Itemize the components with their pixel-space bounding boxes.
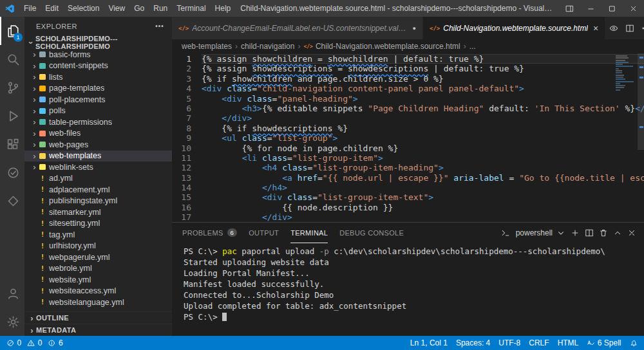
tree-item-sitesetting.yml[interactable]: !sitesetting.yml bbox=[24, 218, 172, 230]
tree-item-poll-placements[interactable]: ›poll-placements bbox=[24, 94, 172, 106]
breadcrumb-item[interactable]: </>Child-Navigation.webtemplate.source.h… bbox=[303, 42, 460, 51]
code-line[interactable]: <div class="child-navigation content-pan… bbox=[202, 84, 644, 93]
code-line[interactable]: <a href="{{ node.url | escape }}" aria-l… bbox=[202, 173, 644, 183]
tree-item-weblink-sets[interactable]: ›weblink-sets bbox=[24, 161, 172, 173]
tree-item-websitelanguage.yml[interactable]: !websitelanguage.yml bbox=[24, 297, 172, 308]
status-indentation[interactable]: Spaces: 4 bbox=[456, 338, 490, 347]
code-line[interactable]: <li class="list-group-item"> bbox=[202, 153, 644, 163]
panel-tab-terminal[interactable]: TERMINAL bbox=[290, 223, 328, 243]
activity-settings[interactable] bbox=[0, 308, 24, 336]
code-line[interactable]: {% if showchildren and page.children.siz… bbox=[202, 74, 644, 84]
close-panel-button[interactable] bbox=[625, 226, 639, 240]
open-preview-button[interactable] bbox=[605, 20, 621, 36]
editor-more-actions-button[interactable] bbox=[638, 20, 644, 36]
new-terminal-button[interactable] bbox=[568, 226, 582, 240]
tree-item-web-templates[interactable]: ›web-templates bbox=[24, 151, 172, 162]
tree-item-polls[interactable]: ›polls bbox=[24, 106, 172, 117]
activity-account[interactable] bbox=[0, 279, 24, 308]
breadcrumb-item[interactable]: web-templates bbox=[182, 42, 232, 51]
shell-dropdown-button[interactable] bbox=[554, 226, 568, 240]
status-errors[interactable]: 0 bbox=[6, 338, 21, 347]
tree-item-sitemarker.yml[interactable]: !sitemarker.yml bbox=[24, 207, 172, 218]
status-cursor-position[interactable]: Ln 1, Col 1 bbox=[410, 338, 448, 347]
minimize-button[interactable] bbox=[580, 0, 601, 17]
close-window-button[interactable] bbox=[623, 0, 644, 17]
explorer-root-folder[interactable]: › SCHOLARSHIPDEMO---SCHOLARSHIPDEMO bbox=[24, 36, 172, 49]
tree-item-adplacement.yml[interactable]: !adplacement.yml bbox=[24, 184, 172, 196]
menu-help[interactable]: Help bbox=[211, 0, 236, 17]
code-line[interactable]: <ul class="list-group"> bbox=[202, 133, 644, 143]
tree-item-lists[interactable]: ›lists bbox=[24, 71, 172, 83]
terminal-launch-button[interactable] bbox=[498, 226, 513, 240]
code-line[interactable]: </div> bbox=[202, 212, 644, 222]
tree-item-publishingstate.yml[interactable]: !publishingstate.yml bbox=[24, 196, 172, 207]
explorer-more-actions-button[interactable] bbox=[155, 21, 164, 32]
code-line[interactable]: {% if showdescriptions %} bbox=[202, 124, 644, 133]
breadcrumb-item[interactable]: ... bbox=[469, 42, 476, 51]
split-editor-button[interactable] bbox=[621, 20, 638, 36]
menu-selection[interactable]: Selection bbox=[63, 0, 104, 17]
tree-item-webrole.yml[interactable]: !webrole.yml bbox=[24, 263, 172, 275]
menu-file[interactable]: File bbox=[19, 0, 41, 17]
minimap[interactable] bbox=[616, 55, 635, 91]
tree-item-web-files[interactable]: ›web-files bbox=[24, 128, 172, 140]
menu-terminal[interactable]: Terminal bbox=[172, 0, 210, 17]
activity-source-control[interactable] bbox=[0, 73, 24, 102]
layout-toggle-button[interactable] bbox=[559, 0, 580, 17]
code-line[interactable]: </h4> bbox=[202, 183, 644, 192]
maximize-panel-button[interactable] bbox=[611, 226, 625, 240]
code-line[interactable]: {% assign showdescriptions = showdescrip… bbox=[202, 64, 644, 73]
tree-item-website.yml[interactable]: !website.yml bbox=[24, 274, 172, 286]
code-line[interactable]: <h4 class="list-group-item-heading"> bbox=[202, 163, 644, 172]
code-line[interactable]: <h3>{% editable snippets "Page Children … bbox=[202, 104, 644, 113]
status-encoding[interactable]: UTF-8 bbox=[498, 338, 520, 347]
activity-run-debug[interactable] bbox=[0, 102, 24, 130]
terminal-output[interactable]: PS C:\> pac paportal upload -p c:\dev\sc… bbox=[172, 243, 644, 336]
panel-tab-output[interactable]: OUTPUT bbox=[249, 223, 279, 243]
status-infos[interactable]: 6 bbox=[48, 338, 62, 347]
tree-item-table-permissions[interactable]: ›table-permissions bbox=[24, 116, 172, 128]
section-metadata[interactable]: ›METADATA bbox=[24, 324, 172, 336]
activity-power-apps[interactable] bbox=[0, 158, 24, 187]
tab-Child-Navigation.webtemplate.source.html[interactable]: </>Child-Navigation.webtemplate.source.h… bbox=[423, 17, 605, 39]
tree-item-webpagerule.yml[interactable]: !webpagerule.yml bbox=[24, 252, 172, 263]
split-terminal-button[interactable] bbox=[582, 226, 596, 240]
activity-search[interactable] bbox=[0, 45, 24, 73]
menu-view[interactable]: View bbox=[104, 0, 129, 17]
code-line[interactable]: <div class="list-group-item-text"> bbox=[202, 192, 644, 202]
tree-item-urlhistory.yml[interactable]: !urlhistory.yml bbox=[24, 241, 172, 252]
menu-edit[interactable]: Edit bbox=[41, 0, 63, 17]
code-line[interactable]: {{ node.description }} bbox=[202, 203, 644, 212]
status-notifications[interactable] bbox=[630, 339, 638, 347]
status-warnings[interactable]: 0 bbox=[27, 338, 42, 347]
activity-power-platform[interactable] bbox=[0, 187, 24, 215]
tree-item-basic-forms[interactable]: ›basic-forms bbox=[24, 49, 172, 60]
activity-explorer[interactable]: 1 bbox=[0, 17, 24, 45]
code-line[interactable]: </div> bbox=[202, 113, 644, 123]
code-line[interactable]: <div class="panel-heading"> bbox=[202, 94, 644, 104]
close-tab-icon[interactable]: × bbox=[593, 24, 598, 33]
code-editor[interactable]: 1234567891011121314151617 {% assign show… bbox=[172, 53, 644, 222]
menu-go[interactable]: Go bbox=[129, 0, 149, 17]
kill-terminal-button[interactable] bbox=[596, 226, 611, 240]
editor-scrollbar[interactable] bbox=[638, 53, 644, 150]
tree-item-ad.yml[interactable]: !ad.yml bbox=[24, 173, 172, 185]
code-line[interactable]: {% for node in page.children %} bbox=[202, 143, 644, 153]
shell-name[interactable]: powershell bbox=[516, 228, 553, 237]
tab-Account-ChangeEmail-EmailLabel.en-US.contentsnippet.value.html[interactable]: </>Account-ChangeEmail-EmailLabel.en-US.… bbox=[172, 17, 423, 39]
breadcrumb-item[interactable]: child-navigation bbox=[241, 42, 294, 51]
tree-item-tag.yml[interactable]: !tag.yml bbox=[24, 229, 172, 241]
panel-tab-problems[interactable]: PROBLEMS6 bbox=[182, 223, 237, 243]
tree-item-page-templates[interactable]: ›page-templates bbox=[24, 83, 172, 95]
menu-run[interactable]: Run bbox=[149, 0, 172, 17]
tree-item-content-snippets[interactable]: ›content-snippets bbox=[24, 60, 172, 72]
panel-tab-debug-console[interactable]: DEBUG CONSOLE bbox=[339, 223, 404, 243]
status-eol[interactable]: CRLF bbox=[529, 338, 549, 347]
tree-item-web-pages[interactable]: ›web-pages bbox=[24, 139, 172, 151]
section-outline[interactable]: ›OUTLINE bbox=[24, 311, 172, 324]
code-lines[interactable]: {% assign showchildren = showchildren | … bbox=[202, 54, 644, 222]
maximize-button[interactable] bbox=[601, 0, 623, 17]
status-language-mode[interactable]: HTML bbox=[558, 338, 579, 347]
tree-item-websiteaccess.yml[interactable]: !websiteaccess.yml bbox=[24, 286, 172, 297]
activity-extensions[interactable] bbox=[0, 130, 24, 158]
